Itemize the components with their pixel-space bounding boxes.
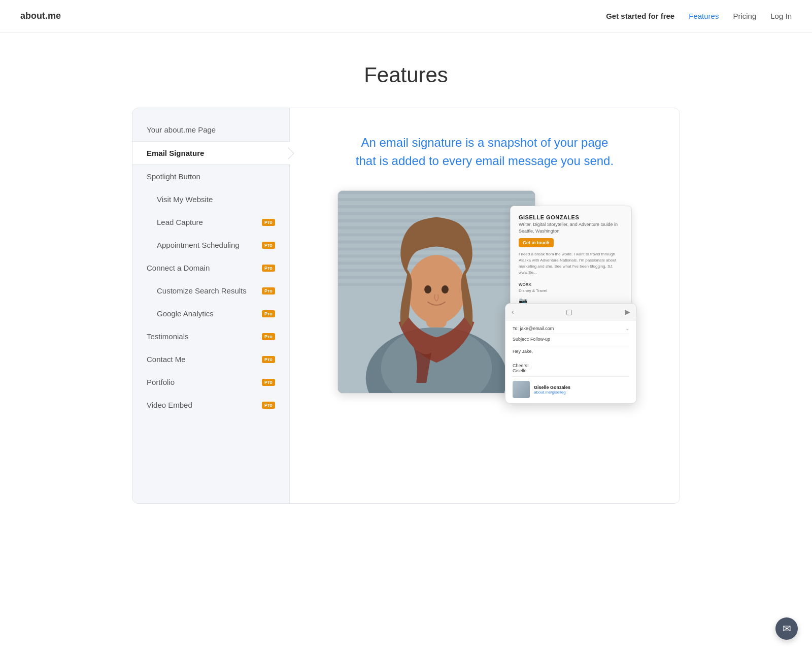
- sidebar-label: Email Signature: [147, 149, 204, 157]
- sidebar-label: Your about.me Page: [147, 125, 216, 134]
- sidebar-item-appointment-scheduling[interactable]: Appointment Scheduling Pro: [132, 234, 289, 256]
- email-cheers: Cheers!: [513, 363, 629, 368]
- headline-line1: An email signature is a snapshot of your…: [361, 136, 608, 149]
- pro-badge: Pro: [262, 379, 275, 386]
- sidebar-item-lead-capture[interactable]: Lead Capture Pro: [132, 211, 289, 234]
- profile-cta-button: Get in touch: [519, 238, 554, 247]
- sidebar-label: Connect a Domain: [147, 264, 210, 272]
- sidebar-item-visit-my-website[interactable]: Visit My Website: [132, 188, 289, 211]
- pro-badge: Pro: [262, 333, 275, 340]
- svg-rect-9: [338, 247, 535, 250]
- site-logo[interactable]: about.me: [20, 11, 61, 21]
- profile-name: GISELLE GONZALES: [519, 214, 623, 220]
- sig-avatar: [513, 381, 530, 398]
- back-icon: ‹: [512, 308, 514, 316]
- pro-badge: Pro: [262, 402, 275, 409]
- navbar: about.me Get started for free Features P…: [0, 0, 812, 32]
- nav-right: Get started for free Features Pricing Lo…: [606, 12, 792, 20]
- email-signature-preview: Giselle Gonzales about.me/giselleg: [513, 376, 629, 398]
- sig-url: about.me/giselleg: [534, 390, 570, 395]
- headline-line2: that is added to every email message you…: [356, 154, 614, 168]
- profile-bio: Writer, Digital Storyteller, and Adventu…: [519, 221, 623, 234]
- email-to-field: To: jake@email.com ⌄: [513, 325, 629, 331]
- nav-cta[interactable]: Get started for free: [606, 12, 674, 20]
- main-content: Your about.me Page Email Signature Spotl…: [117, 108, 695, 504]
- profile-card-overlay: GISELLE GONZALES Writer, Digital Storyte…: [510, 206, 632, 314]
- svg-point-20: [442, 285, 449, 293]
- email-from-name: Giselle: [513, 368, 629, 373]
- sidebar-item-testimonials[interactable]: Testimonials Pro: [132, 325, 289, 348]
- page-title-area: Features: [0, 32, 812, 108]
- eye-icon: ▢: [566, 308, 572, 316]
- pro-badge: Pro: [262, 265, 275, 272]
- nav-link-features[interactable]: Features: [689, 12, 719, 20]
- sidebar-item-email-signature[interactable]: Email Signature: [132, 141, 289, 165]
- sidebar-label: Testimonials: [147, 332, 189, 341]
- sidebar-item-your-page[interactable]: Your about.me Page: [132, 118, 289, 141]
- email-subject: Subject: Follow-up: [513, 337, 629, 342]
- sidebar-label: Spotlight Button: [147, 172, 200, 181]
- email-toolbar: ‹ ▢ ▶: [505, 304, 636, 320]
- email-greeting: Hey Jake,: [513, 349, 629, 354]
- sidebar-label: Appointment Scheduling: [157, 241, 240, 249]
- pro-badge: Pro: [262, 287, 275, 295]
- sidebar-item-connect-a-domain[interactable]: Connect a Domain Pro: [132, 256, 289, 279]
- sidebar-item-google-analytics[interactable]: Google Analytics Pro: [132, 302, 289, 325]
- email-to-value: To: jake@email.com: [513, 326, 554, 331]
- svg-rect-1: [338, 191, 535, 194]
- svg-point-19: [424, 285, 431, 293]
- email-divider2: [513, 346, 629, 346]
- sidebar-label: Portfolio: [147, 378, 175, 386]
- svg-rect-4: [338, 212, 535, 215]
- features-sidebar: Your about.me Page Email Signature Spotl…: [132, 108, 290, 503]
- pro-badge: Pro: [262, 356, 275, 363]
- profile-body-text: I need a break from the world. I want to…: [519, 251, 623, 294]
- email-divider: [513, 334, 629, 334]
- svg-point-18: [407, 255, 465, 323]
- features-card: Your about.me Page Email Signature Spotl…: [132, 108, 680, 504]
- email-window-overlay: ‹ ▢ ▶ To: jake@email.com ⌄ Subject: Foll…: [505, 303, 637, 404]
- sidebar-label: Visit My Website: [157, 195, 213, 204]
- svg-rect-3: [338, 205, 535, 208]
- sidebar-label: Google Analytics: [157, 309, 214, 318]
- sig-info: Giselle Gonzales about.me/giselleg: [534, 385, 570, 395]
- sidebar-label: Contact Me: [147, 355, 186, 364]
- chevron-icon: ⌄: [625, 325, 629, 331]
- sidebar-item-video-embed[interactable]: Video Embed Pro: [132, 394, 289, 416]
- email-body: To: jake@email.com ⌄ Subject: Follow-up …: [505, 320, 636, 403]
- svg-rect-2: [338, 198, 535, 201]
- sidebar-item-contact-me[interactable]: Contact Me Pro: [132, 348, 289, 371]
- sidebar-label: Video Embed: [147, 401, 192, 409]
- feature-panel: An email signature is a snapshot of your…: [290, 108, 680, 503]
- send-icon: ▶: [625, 308, 630, 316]
- email-signature-illustration: GISELLE GONZALES Writer, Digital Storyte…: [337, 190, 632, 404]
- page-title: Features: [0, 63, 812, 87]
- pro-badge: Pro: [262, 310, 275, 317]
- sidebar-item-portfolio[interactable]: Portfolio Pro: [132, 371, 289, 394]
- feature-headline: An email signature is a snapshot of your…: [356, 134, 614, 170]
- sidebar-item-customize-search-results[interactable]: Customize Search Results Pro: [132, 279, 289, 302]
- nav-link-pricing[interactable]: Pricing: [733, 12, 756, 20]
- pro-badge: Pro: [262, 219, 275, 226]
- nav-link-login[interactable]: Log In: [770, 12, 792, 20]
- sidebar-item-spotlight-button[interactable]: Spotlight Button: [132, 165, 289, 188]
- active-arrow: [288, 147, 294, 159]
- sidebar-label: Customize Search Results: [157, 286, 247, 295]
- sidebar-label: Lead Capture: [157, 218, 203, 226]
- sig-name: Giselle Gonzales: [534, 385, 570, 390]
- pro-badge: Pro: [262, 242, 275, 249]
